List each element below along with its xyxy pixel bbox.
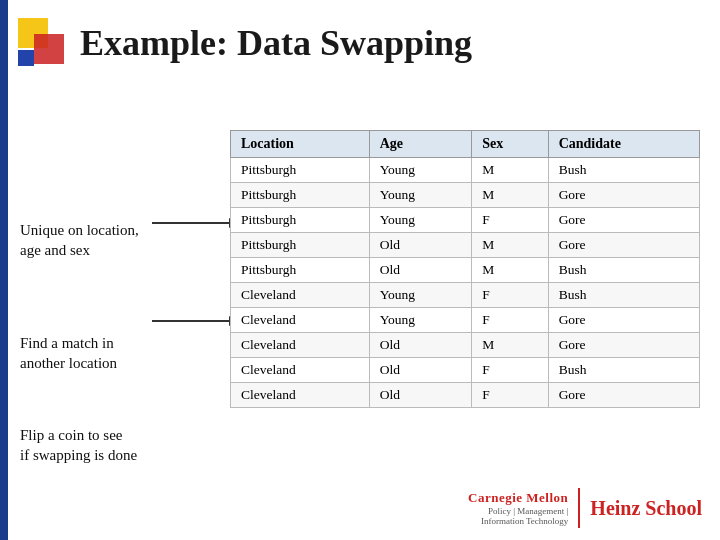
cell-6-1: Young — [369, 308, 472, 333]
cell-1-0: Pittsburgh — [231, 183, 370, 208]
cell-3-3: Gore — [548, 233, 699, 258]
cell-4-2: M — [472, 258, 548, 283]
table-row: PittsburghYoungFGore — [231, 208, 700, 233]
cell-3-2: M — [472, 233, 548, 258]
data-table-wrap: Location Age Sex Candidate PittsburghYou… — [230, 130, 700, 408]
cell-7-3: Gore — [548, 333, 699, 358]
cell-3-0: Pittsburgh — [231, 233, 370, 258]
cell-1-1: Young — [369, 183, 472, 208]
arrow-find — [152, 320, 230, 322]
cmu-name: Carnegie Mellon — [468, 490, 568, 506]
data-table: Location Age Sex Candidate PittsburghYou… — [230, 130, 700, 408]
cell-8-3: Bush — [548, 358, 699, 383]
table-row: ClevelandOldMGore — [231, 333, 700, 358]
heinz-label: Heinz School — [590, 497, 702, 520]
unique-block: Unique on location, age and sex — [20, 220, 139, 261]
flip-label-line2: if swapping is done — [20, 445, 139, 465]
cell-6-0: Cleveland — [231, 308, 370, 333]
cell-1-2: M — [472, 183, 548, 208]
cmu-logo: Carnegie Mellon Policy | Management |Inf… — [468, 488, 702, 528]
cell-0-0: Pittsburgh — [231, 158, 370, 183]
find-label-line1: Find a match in — [20, 333, 139, 353]
decorative-squares — [18, 18, 70, 70]
cell-4-1: Old — [369, 258, 472, 283]
cell-8-1: Old — [369, 358, 472, 383]
cell-2-3: Gore — [548, 208, 699, 233]
flip-block: Flip a coin to see if swapping is done — [20, 425, 139, 466]
cell-7-0: Cleveland — [231, 333, 370, 358]
table-row: PittsburghOldMGore — [231, 233, 700, 258]
table-row: ClevelandYoungFGore — [231, 308, 700, 333]
unique-label-line2: age and sex — [20, 240, 139, 260]
cell-0-1: Young — [369, 158, 472, 183]
table-row: PittsburghYoungMGore — [231, 183, 700, 208]
cell-2-2: F — [472, 208, 548, 233]
table-row: ClevelandOldFBush — [231, 358, 700, 383]
cell-9-2: F — [472, 383, 548, 408]
cell-8-0: Cleveland — [231, 358, 370, 383]
cell-9-0: Cleveland — [231, 383, 370, 408]
cell-2-1: Young — [369, 208, 472, 233]
col-header-age: Age — [369, 131, 472, 158]
cell-5-1: Young — [369, 283, 472, 308]
left-annotations: Unique on location, age and sex Find a m… — [20, 175, 139, 484]
cmu-sub: Policy | Management |Information Technol… — [481, 506, 568, 526]
flip-label-line1: Flip a coin to see — [20, 425, 139, 445]
slide-title: Example: Data Swapping — [80, 22, 472, 64]
arrow-unique — [152, 222, 230, 224]
table-row: ClevelandOldFGore — [231, 383, 700, 408]
col-header-location: Location — [231, 131, 370, 158]
unique-label-line1: Unique on location, — [20, 220, 139, 240]
cell-7-2: M — [472, 333, 548, 358]
cell-7-1: Old — [369, 333, 472, 358]
cell-4-0: Pittsburgh — [231, 258, 370, 283]
table-row: ClevelandYoungFBush — [231, 283, 700, 308]
cell-2-0: Pittsburgh — [231, 208, 370, 233]
cell-9-1: Old — [369, 383, 472, 408]
cell-6-3: Gore — [548, 308, 699, 333]
accent-bar — [0, 0, 8, 540]
cell-9-3: Gore — [548, 383, 699, 408]
col-header-sex: Sex — [472, 131, 548, 158]
cell-5-0: Cleveland — [231, 283, 370, 308]
cell-3-1: Old — [369, 233, 472, 258]
cell-1-3: Gore — [548, 183, 699, 208]
find-label-line2: another location — [20, 353, 139, 373]
cell-5-3: Bush — [548, 283, 699, 308]
find-block: Find a match in another location — [20, 333, 139, 374]
cell-5-2: F — [472, 283, 548, 308]
col-header-candidate: Candidate — [548, 131, 699, 158]
cell-6-2: F — [472, 308, 548, 333]
cell-8-2: F — [472, 358, 548, 383]
cell-0-2: M — [472, 158, 548, 183]
cell-0-3: Bush — [548, 158, 699, 183]
table-row: PittsburghOldMBush — [231, 258, 700, 283]
table-row: PittsburghYoungMBush — [231, 158, 700, 183]
cell-4-3: Bush — [548, 258, 699, 283]
